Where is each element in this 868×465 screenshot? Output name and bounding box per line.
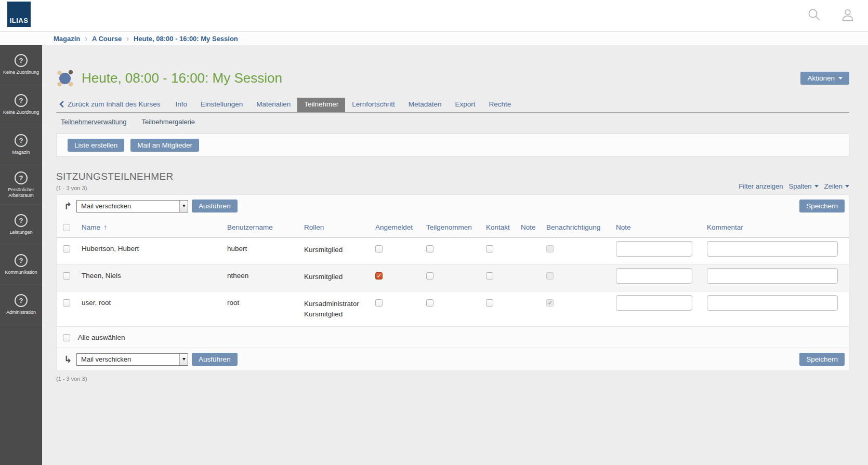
- sidebar-item-label: Kommunikation: [4, 270, 38, 275]
- angemeldet-checkbox[interactable]: [375, 245, 383, 253]
- question-mark-icon: ?: [15, 254, 28, 267]
- teilgenommen-checkbox[interactable]: [426, 272, 433, 280]
- teilgenommen-checkbox[interactable]: [426, 299, 433, 307]
- select-all-row: Alle auswählen: [57, 327, 849, 348]
- participant-role: Kursmitglied: [304, 245, 367, 255]
- save-button-top[interactable]: Speichern: [799, 200, 845, 212]
- comment-input[interactable]: [707, 268, 838, 284]
- columns-dropdown-label: Spalten: [788, 182, 811, 190]
- save-button-bottom[interactable]: Speichern: [799, 353, 845, 366]
- execute-button-bottom[interactable]: Ausführen: [192, 353, 238, 366]
- main-sidebar: ? Keine Zuordnung ? Keine Zuordnung ? Ma…: [0, 45, 42, 465]
- question-mark-icon: ?: [15, 214, 28, 227]
- main-content: Heute, 08:00 - 16:00: My Session Aktione…: [42, 45, 868, 465]
- column-header-angemeldet: Angemeldet: [371, 217, 422, 237]
- participant-role: Kursmitglied: [304, 309, 367, 320]
- page-title: Heute, 08:00 - 16:00: My Session: [82, 70, 282, 86]
- comment-input[interactable]: [707, 241, 838, 257]
- toolbar: Liste erstellen Mail an Mitglieder: [56, 134, 849, 157]
- participants-table-container: ↱ Mail verschicken Ausführen Speichern N…: [56, 194, 849, 371]
- note-input[interactable]: [616, 241, 692, 257]
- breadcrumb-course[interactable]: A Course: [92, 35, 122, 43]
- mail-members-button[interactable]: Mail an Mitglieder: [130, 139, 199, 152]
- search-icon[interactable]: [807, 8, 822, 22]
- column-header-note: Note: [517, 217, 542, 237]
- kontakt-checkbox[interactable]: [486, 272, 493, 280]
- rows-dropdown[interactable]: Zeilen: [824, 182, 849, 190]
- back-link-label: Zurück zum Inhalt des Kurses: [68, 100, 161, 108]
- tab-rechte[interactable]: Rechte: [482, 98, 518, 112]
- select-arrow-icon: [179, 354, 188, 365]
- bulk-action-select-top[interactable]: Mail verschicken: [76, 200, 188, 212]
- sidebar-item-label: Persönlicher Arbeitsraum: [0, 187, 42, 199]
- question-mark-icon: ?: [15, 94, 28, 107]
- kontakt-checkbox[interactable]: [486, 245, 493, 253]
- subtab-teilnehmergalerie[interactable]: Teilnehmergalerie: [141, 118, 195, 126]
- chevron-left-icon: [59, 101, 64, 108]
- actions-button[interactable]: Aktionen: [800, 72, 849, 85]
- bulk-action-select-bottom[interactable]: Mail verschicken: [76, 353, 188, 366]
- question-mark-icon: ?: [15, 294, 28, 307]
- back-to-course-link[interactable]: Zurück zum Inhalt des Kurses: [56, 98, 161, 112]
- column-header-benachrichtigung: Benachrichtigung: [542, 217, 612, 237]
- sidebar-item-persoenlicher-arbeitsraum[interactable]: ? Persönlicher Arbeitsraum: [0, 165, 42, 205]
- comment-input[interactable]: [707, 295, 838, 311]
- columns-dropdown[interactable]: Spalten: [788, 182, 818, 190]
- select-all-header-checkbox[interactable]: [63, 224, 70, 231]
- bulk-action-row-bottom: ↳ Mail verschicken Ausführen Speichern: [57, 348, 849, 370]
- result-count-bottom: (1 - 3 von 3): [56, 376, 849, 382]
- participant-role: Kursadministrator: [304, 299, 367, 309]
- tab-teilnehmer[interactable]: Teilnehmer: [297, 98, 345, 112]
- table-header-row: Name↑ Benutzername Rollen Angemeldet Tei…: [57, 217, 849, 237]
- breadcrumb-magazin[interactable]: Magazin: [54, 35, 80, 43]
- breadcrumb-session[interactable]: Heute, 08:00 - 16:00: My Session: [134, 35, 238, 43]
- user-menu-icon[interactable]: [840, 8, 855, 22]
- sidebar-item-administration[interactable]: ? Administration: [0, 285, 42, 325]
- angemeldet-checkbox[interactable]: [375, 272, 383, 280]
- tab-einstellungen[interactable]: Einstellungen: [194, 98, 249, 112]
- row-select-checkbox[interactable]: [63, 272, 70, 280]
- note-input[interactable]: [616, 268, 692, 284]
- chevron-down-icon: [838, 77, 843, 79]
- column-header-name[interactable]: Name↑: [77, 217, 223, 237]
- question-mark-icon: ?: [15, 171, 28, 184]
- note-input[interactable]: [616, 295, 692, 311]
- sort-ascending-icon: ↑: [103, 223, 107, 231]
- tab-materialien[interactable]: Materialien: [249, 98, 297, 112]
- column-header-rollen: Rollen: [300, 217, 371, 237]
- tab-info[interactable]: Info: [169, 98, 194, 112]
- question-mark-icon: ?: [15, 54, 28, 67]
- subtab-teilnehmerverwaltung[interactable]: Teilnehmerverwaltung: [61, 118, 126, 126]
- participant-role: Kursmitglied: [304, 272, 367, 282]
- participant-name: Theen, Niels: [77, 264, 223, 291]
- tab-export[interactable]: Export: [449, 98, 482, 112]
- breadcrumb: Magazin › A Course › Heute, 08:00 - 16:0…: [0, 31, 868, 45]
- teilgenommen-checkbox[interactable]: [426, 245, 433, 253]
- participants-table: Name↑ Benutzername Rollen Angemeldet Tei…: [57, 217, 849, 348]
- kontakt-checkbox[interactable]: [486, 299, 493, 307]
- participant-row: Hubertson, Hubert hubert Kursmitglied: [57, 237, 849, 264]
- row-select-checkbox[interactable]: [63, 245, 70, 253]
- create-list-button[interactable]: Liste erstellen: [68, 139, 124, 152]
- ilias-logo[interactable]: ILIAS: [7, 2, 31, 27]
- sidebar-item-keine-zuordnung-1[interactable]: ? Keine Zuordnung: [0, 45, 42, 85]
- benachrichtigung-checkbox: [546, 272, 554, 280]
- bulk-action-row-top: ↱ Mail verschicken Ausführen Speichern: [57, 195, 849, 217]
- participant-name: user, root: [77, 291, 223, 327]
- sidebar-item-kommunikation[interactable]: ? Kommunikation: [0, 245, 42, 285]
- angemeldet-checkbox[interactable]: [375, 299, 383, 307]
- tab-metadaten[interactable]: Metadaten: [402, 98, 449, 112]
- row-select-checkbox[interactable]: [63, 299, 70, 307]
- select-all-checkbox[interactable]: [63, 334, 70, 341]
- apply-to-selection-top-icon: ↱: [64, 202, 72, 211]
- execute-button-top[interactable]: Ausführen: [192, 200, 238, 212]
- sidebar-item-magazin[interactable]: ? Magazin: [0, 125, 42, 165]
- show-filter-link[interactable]: Filter anzeigen: [739, 182, 783, 190]
- sidebar-item-leistungen[interactable]: ? Leistungen: [0, 205, 42, 245]
- sidebar-item-keine-zuordnung-2[interactable]: ? Keine Zuordnung: [0, 85, 42, 125]
- participant-row: Theen, Niels ntheen Kursmitglied: [57, 264, 849, 291]
- participant-username: root: [223, 291, 300, 327]
- question-mark-icon: ?: [15, 134, 28, 147]
- tab-lernfortschritt[interactable]: Lernfortschritt: [345, 98, 402, 112]
- column-header-kommentar: Kommentar: [703, 217, 849, 237]
